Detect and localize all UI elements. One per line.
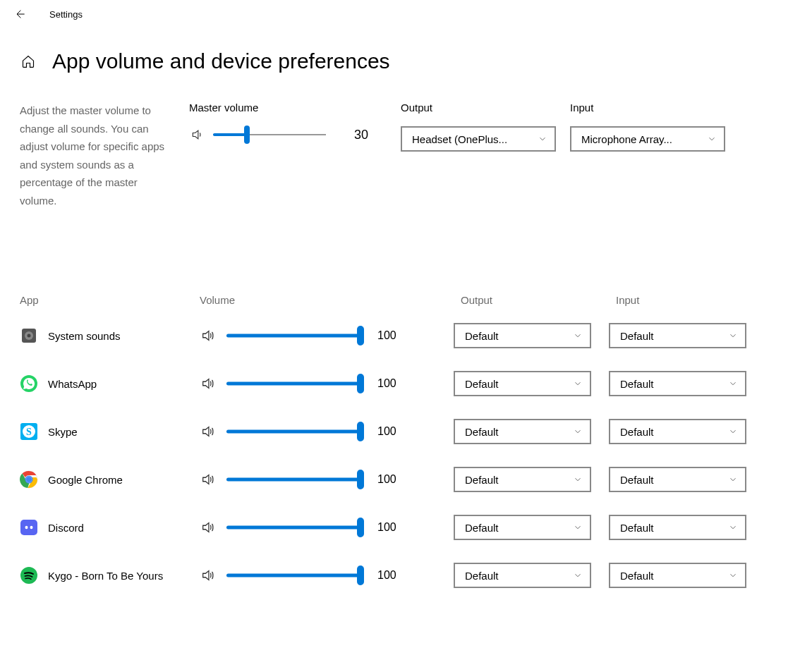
app-output-dropdown[interactable]: Default: [454, 515, 591, 540]
app-input-selected: Default: [620, 426, 654, 438]
app-output-selected: Default: [465, 378, 499, 390]
app-volume-slider[interactable]: [226, 375, 360, 392]
app-output-dropdown[interactable]: Default: [454, 323, 591, 348]
master-input-selected: Microphone Array...: [581, 133, 672, 145]
app-row: Skype100DefaultDefault: [20, 408, 812, 456]
app-output-dropdown[interactable]: Default: [454, 371, 591, 396]
whatsapp-icon: [20, 374, 38, 393]
app-row: Discord100DefaultDefault: [20, 503, 812, 551]
home-icon: [21, 54, 35, 68]
chrome-icon: [20, 470, 38, 489]
discord-icon: [20, 518, 38, 537]
app-volume-value: 100: [370, 425, 399, 438]
master-output-selected: Headset (OnePlus...: [412, 133, 507, 145]
app-output-selected: Default: [465, 474, 499, 486]
app-volume-slider[interactable]: [226, 567, 360, 584]
chevron-down-icon: [573, 427, 583, 436]
app-volume-speaker-icon[interactable]: [200, 375, 217, 392]
app-output-selected: Default: [465, 522, 499, 534]
app-input-dropdown[interactable]: Default: [609, 419, 746, 444]
app-row: Google Chrome100DefaultDefault: [20, 456, 812, 503]
app-input-selected: Default: [620, 474, 654, 486]
chevron-down-icon: [573, 331, 583, 341]
app-input-dropdown[interactable]: Default: [609, 467, 746, 492]
chevron-down-icon: [538, 134, 547, 144]
system-icon: [20, 326, 38, 345]
spotify-icon: [20, 566, 38, 585]
chevron-down-icon: [707, 134, 717, 144]
app-volume-slider[interactable]: [226, 519, 360, 536]
app-row: WhatsApp100DefaultDefault: [20, 360, 812, 408]
app-input-dropdown[interactable]: Default: [609, 515, 746, 540]
master-output-label: Output: [401, 102, 570, 126]
column-header-output: Output: [454, 294, 609, 306]
chevron-down-icon: [728, 570, 738, 580]
app-input-selected: Default: [620, 570, 654, 582]
app-name: Kygo - Born To Be Yours: [48, 570, 163, 582]
app-volume-slider[interactable]: [226, 471, 360, 488]
app-input-selected: Default: [620, 522, 654, 534]
app-volume-value: 100: [370, 569, 399, 582]
app-name: System sounds: [48, 330, 121, 342]
chevron-down-icon: [728, 475, 738, 484]
master-input-label: Input: [570, 102, 739, 126]
app-input-dropdown[interactable]: Default: [609, 563, 746, 588]
app-volume-value: 100: [370, 377, 399, 390]
app-volume-speaker-icon[interactable]: [200, 423, 217, 440]
chevron-down-icon: [728, 522, 738, 532]
app-output-dropdown[interactable]: Default: [454, 419, 591, 444]
app-output-selected: Default: [465, 330, 499, 342]
app-output-dropdown[interactable]: Default: [454, 467, 591, 492]
app-output-selected: Default: [465, 426, 499, 438]
chevron-down-icon: [728, 379, 738, 389]
app-row: System sounds100DefaultDefault: [20, 312, 812, 360]
master-output-dropdown[interactable]: Headset (OnePlus...: [401, 126, 556, 152]
master-input-dropdown[interactable]: Microphone Array...: [570, 126, 725, 152]
master-volume-description: Adjust the master volume to change all s…: [20, 102, 189, 209]
chevron-down-icon: [728, 427, 738, 436]
window-title: Settings: [49, 9, 83, 20]
back-button[interactable]: [13, 7, 27, 21]
app-volume-speaker-icon[interactable]: [200, 567, 217, 584]
app-volume-slider[interactable]: [226, 423, 360, 440]
master-volume-value: 30: [333, 128, 368, 142]
app-input-selected: Default: [620, 330, 654, 342]
app-name: WhatsApp: [48, 378, 97, 390]
column-header-volume: Volume: [200, 294, 454, 306]
app-volume-speaker-icon[interactable]: [200, 519, 217, 536]
page-title: App volume and device preferences: [52, 49, 390, 73]
app-output-dropdown[interactable]: Default: [454, 563, 591, 588]
chevron-down-icon: [573, 522, 583, 532]
home-button[interactable]: [20, 53, 37, 70]
chevron-down-icon: [573, 475, 583, 484]
chevron-down-icon: [728, 331, 738, 341]
app-volume-speaker-icon[interactable]: [200, 471, 217, 488]
column-header-app: App: [20, 294, 200, 306]
chevron-down-icon: [573, 379, 583, 389]
skype-icon: [20, 422, 38, 441]
app-volume-value: 100: [370, 329, 399, 342]
app-name: Skype: [48, 426, 78, 438]
app-volume-speaker-icon[interactable]: [200, 327, 217, 344]
app-volume-slider[interactable]: [226, 327, 360, 344]
column-header-input: Input: [609, 294, 750, 306]
app-input-dropdown[interactable]: Default: [609, 371, 746, 396]
master-volume-slider[interactable]: [213, 126, 326, 143]
app-volume-value: 100: [370, 521, 399, 534]
chevron-down-icon: [573, 570, 583, 580]
app-name: Discord: [48, 522, 84, 534]
app-input-selected: Default: [620, 378, 654, 390]
app-volume-value: 100: [370, 473, 399, 486]
app-row: Kygo - Born To Be Yours100DefaultDefault: [20, 551, 812, 599]
app-output-selected: Default: [465, 570, 499, 582]
app-input-dropdown[interactable]: Default: [609, 323, 746, 348]
app-name: Google Chrome: [48, 474, 123, 486]
back-arrow-icon: [14, 8, 25, 20]
master-volume-speaker-icon[interactable]: [189, 126, 206, 143]
master-volume-label: Master volume: [189, 102, 401, 126]
